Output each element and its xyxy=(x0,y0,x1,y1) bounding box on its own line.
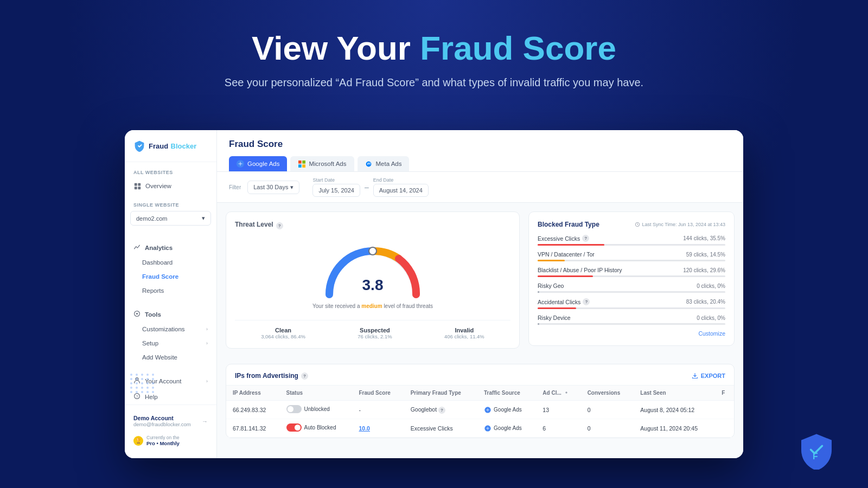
excessive-clicks-help[interactable]: ? xyxy=(582,235,589,242)
sidebar-item-add-website[interactable]: Add Website xyxy=(125,350,216,364)
sync-time: Last Sync Time: Jun 13, 2024 at 13:43 xyxy=(635,222,725,227)
sidebar: Fraud Blocker All Websites Overview Sing… xyxy=(125,130,217,458)
overview-icon xyxy=(133,182,141,190)
svg-point-13 xyxy=(369,247,376,255)
col-ip: IP Address xyxy=(226,386,280,401)
cell-fraud-type: Excessive Clicks xyxy=(404,419,477,438)
google-ads-icon xyxy=(237,160,244,168)
tab-meta-ads[interactable]: Meta Ads xyxy=(358,156,410,171)
svg-text:?: ? xyxy=(136,394,138,399)
dot-decoration xyxy=(130,374,155,393)
svg-rect-3 xyxy=(138,187,141,189)
googlebot-help-icon[interactable]: ? xyxy=(438,407,445,414)
export-icon xyxy=(692,373,698,379)
svg-point-5 xyxy=(136,313,138,314)
fraud-type-blacklist: Blacklist / Abuse / Poor IP History 120 … xyxy=(538,267,725,277)
gauge-chart: 3.8 xyxy=(318,240,427,305)
table-row: 67.81.141.32 Auto Blocked 10 xyxy=(226,419,734,438)
cell-fraud-type: Googlebot ? xyxy=(404,401,477,419)
fraud-type-excessive-clicks: Excessive Clicks ? 144 clicks, 35.5% xyxy=(538,235,725,246)
cell-score: - xyxy=(353,401,404,419)
website-selector[interactable]: demo2.com ▾ xyxy=(130,211,211,226)
svg-rect-9 xyxy=(298,160,302,164)
fraud-score-header: Fraud Score Google Ads xyxy=(217,130,743,172)
sidebar-item-customizations[interactable]: Customizations › xyxy=(125,322,216,336)
ips-help-icon[interactable]: ? xyxy=(301,373,308,380)
accidental-clicks-help[interactable]: ? xyxy=(583,298,590,305)
customize-link[interactable]: Customize xyxy=(538,330,725,337)
sync-icon xyxy=(635,222,640,227)
svg-rect-12 xyxy=(302,164,305,168)
svg-rect-0 xyxy=(134,183,137,185)
threat-level-header: Threat Level ? xyxy=(235,221,510,230)
svg-rect-1 xyxy=(138,183,141,185)
col-status: Status xyxy=(280,386,353,401)
svg-text:3.8: 3.8 xyxy=(362,277,384,293)
sort-icon xyxy=(564,390,569,395)
score-link[interactable]: 10.0 xyxy=(359,425,370,432)
svg-rect-2 xyxy=(134,187,137,189)
gauge-container: 3.8 xyxy=(318,240,427,300)
col-conversions: Conversions xyxy=(581,386,634,401)
start-date-label-group: Start Date July 15, 2024 xyxy=(312,177,360,197)
end-date-label-group: End Date August 14, 2024 xyxy=(373,177,429,197)
sidebar-item-setup[interactable]: Setup › xyxy=(125,336,216,350)
click-stat-clean: Clean 3,064 clicks, 86.4% xyxy=(261,327,305,339)
hero-title: View Your Fraud Score xyxy=(0,30,868,67)
google-ads-badge-icon xyxy=(484,406,492,414)
ips-table: IP Address Status Fraud Score Primary Fr… xyxy=(226,386,734,438)
cell-conversions: 0 xyxy=(581,401,634,419)
meta-icon xyxy=(365,160,373,168)
ips-panel: IPs from Advertising ? EXPORT IP Address… xyxy=(226,364,735,438)
sidebar-item-reports[interactable]: Reports xyxy=(125,284,216,298)
cell-ad-clicks: 6 xyxy=(536,419,580,438)
toggle-unblocked[interactable] xyxy=(286,405,302,413)
single-website-label: Single Website xyxy=(125,202,216,211)
blocked-fraud-card: Blocked Fraud Type Last Sync Time: Jun 1… xyxy=(528,211,735,346)
filter-range-select[interactable]: Last 30 Days ▾ xyxy=(247,181,299,194)
col-last-seen: Last Seen xyxy=(634,386,715,401)
logout-icon[interactable]: → xyxy=(202,418,208,425)
filter-group: Filter Last 30 Days ▾ Start Date July 15… xyxy=(229,177,731,197)
logo-text: Fraud Blocker xyxy=(149,141,196,151)
tab-google-ads[interactable]: Google Ads xyxy=(229,156,287,171)
col-ad-clicks: Ad Cl... xyxy=(536,386,580,401)
ips-panel-header: IPs from Advertising ? EXPORT xyxy=(226,364,734,386)
end-date-input[interactable]: August 14, 2024 xyxy=(373,184,429,197)
plan-icon: 🏆 xyxy=(133,436,143,446)
google-ads-badge-icon-2 xyxy=(484,425,492,432)
fraud-type-risky-device: Risky Device 0 clicks, 0% xyxy=(538,314,725,325)
main-content: Fraud Score Google Ads xyxy=(217,130,743,458)
dashboard-card: Fraud Blocker All Websites Overview Sing… xyxy=(125,130,743,458)
fraud-type-risky-geo: Risky Geo 0 clicks, 0% xyxy=(538,282,725,293)
cell-last-seen: August 8, 2024 05:12 xyxy=(634,401,715,419)
sidebar-item-dashboard[interactable]: Dashboard xyxy=(125,255,216,269)
chevron-icon-3: › xyxy=(206,378,208,384)
logo-shield-icon xyxy=(133,140,145,152)
sidebar-item-analytics[interactable]: Analytics xyxy=(125,240,216,255)
hero-subtitle: See your personalized “Ad Fraud Score” a… xyxy=(0,76,868,89)
svg-rect-11 xyxy=(298,164,302,168)
bottom-shield: F xyxy=(797,432,835,472)
cell-score: 10.0 xyxy=(353,419,404,438)
cell-ip: 67.81.141.32 xyxy=(226,419,280,438)
threat-level-card: Threat Level ? xyxy=(226,211,520,349)
date-range-group: Start Date July 15, 2024 – End Date Augu… xyxy=(312,177,428,197)
left-panel: Threat Level ? xyxy=(226,211,528,355)
ips-panel-title: IPs from Advertising ? xyxy=(235,372,308,380)
start-date-input[interactable]: July 15, 2024 xyxy=(312,184,360,197)
chevron-down-icon: ▾ xyxy=(202,215,205,222)
toggle-blocked[interactable] xyxy=(286,423,302,432)
col-fraud-type: Primary Fraud Type xyxy=(404,386,477,401)
click-stats-row: Clean 3,064 clicks, 86.4% Suspected 76 c… xyxy=(235,320,510,339)
sidebar-item-overview[interactable]: Overview xyxy=(125,178,216,194)
microsoft-icon xyxy=(298,160,305,168)
sidebar-item-tools[interactable]: Tools xyxy=(125,306,216,322)
sidebar-item-fraud-score[interactable]: Fraud Score xyxy=(125,269,216,284)
blocked-panel-header: Blocked Fraud Type Last Sync Time: Jun 1… xyxy=(538,221,725,228)
threat-level-help-icon[interactable]: ? xyxy=(276,222,283,229)
svg-text:F: F xyxy=(813,452,818,461)
export-button[interactable]: EXPORT xyxy=(692,373,725,379)
cell-ad-clicks: 13 xyxy=(536,401,580,419)
tab-microsoft-ads[interactable]: Microsoft Ads xyxy=(290,156,354,171)
